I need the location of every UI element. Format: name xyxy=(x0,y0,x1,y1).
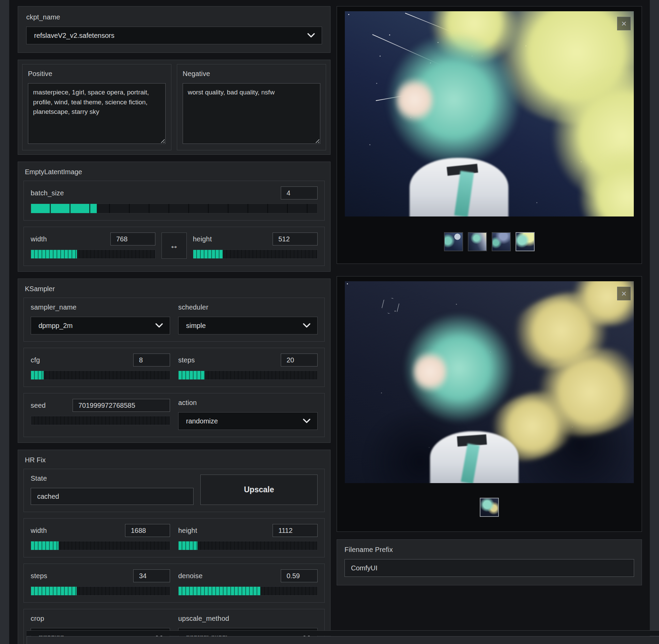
state-row: State cached Upscale xyxy=(24,469,325,512)
steps-label: steps xyxy=(178,356,195,364)
ckpt-name-value: refslaveV2_v2.safetensors xyxy=(34,32,114,40)
preview-image-2 xyxy=(345,281,634,483)
thumbnail-3[interactable] xyxy=(492,232,511,251)
batch-size-input[interactable]: 4 xyxy=(281,186,318,199)
cfg-steps-row: cfg 8 steps 20 xyxy=(24,348,325,387)
scheduler-select[interactable]: simple xyxy=(178,317,318,334)
thumbnail-4-selected[interactable] xyxy=(516,232,535,251)
latent-dims-row: width 768 ↔ height 512 xyxy=(24,227,325,266)
hr-width-slider[interactable] xyxy=(31,541,170,550)
empty-latent-title: EmptyLatentImage xyxy=(25,168,325,176)
hr-width-input[interactable]: 1688 xyxy=(125,524,170,537)
close-icon[interactable]: × xyxy=(617,17,631,30)
hr-height-label: height xyxy=(178,527,197,535)
hr-height-input[interactable]: 1112 xyxy=(273,524,318,537)
action-select[interactable]: randomize xyxy=(178,412,318,430)
bottom-spacer-bar xyxy=(27,630,659,636)
batch-size-slider[interactable] xyxy=(31,204,318,213)
chevron-down-icon xyxy=(303,322,310,330)
scheduler-value: simple xyxy=(186,322,206,330)
hr-steps-slider[interactable] xyxy=(31,586,170,596)
cfg-slider[interactable] xyxy=(31,371,170,380)
seed-input[interactable]: 701999972768585 xyxy=(73,399,170,412)
swap-dimensions-button[interactable]: ↔ xyxy=(162,233,187,259)
preview-column: × xyxy=(337,6,642,585)
negative-label: Negative xyxy=(183,70,320,78)
preview-image-1 xyxy=(345,11,634,216)
latent-height-label: height xyxy=(193,235,212,243)
page-gutter-left xyxy=(0,0,9,644)
seed-label: seed xyxy=(31,402,46,409)
steps-input[interactable]: 20 xyxy=(281,354,318,366)
hr-fix-section: HR Fix State cached Upscale width 1688 xyxy=(18,450,331,644)
latent-width-label: width xyxy=(31,235,47,243)
filename-prefix-input[interactable]: ComfyUI xyxy=(344,559,634,577)
sampler-name-select[interactable]: dpmpp_2m xyxy=(31,317,170,334)
denoise-input[interactable]: 0.59 xyxy=(281,569,318,582)
hr-fix-title: HR Fix xyxy=(25,456,325,464)
checkpoint-panel: ckpt_name refslaveV2_v2.safetensors xyxy=(18,6,331,53)
latent-height-slider[interactable] xyxy=(193,250,318,259)
chevron-down-icon xyxy=(155,322,163,330)
action-label: action xyxy=(178,399,318,407)
main-content: ckpt_name refslaveV2_v2.safetensors Posi… xyxy=(14,2,646,644)
hr-dims-row: width 1688 height 1112 xyxy=(24,518,325,557)
ckpt-name-select[interactable]: refslaveV2_v2.safetensors xyxy=(26,27,322,44)
swap-icon: ↔ xyxy=(170,240,179,251)
image-viewer-1: × xyxy=(337,6,642,264)
filename-prefix-label: Filename Prefix xyxy=(344,546,634,554)
hr-steps-label: steps xyxy=(31,572,47,580)
sampler-row: sampler_name dpmpp_2m scheduler simple xyxy=(24,298,325,342)
settings-column: ckpt_name refslaveV2_v2.safetensors Posi… xyxy=(18,6,331,644)
scheduler-label: scheduler xyxy=(178,303,318,311)
latent-width-input[interactable]: 768 xyxy=(110,233,155,245)
hr-steps-denoise-row: steps 34 denoise 0.59 xyxy=(24,564,325,603)
cfg-input[interactable]: 8 xyxy=(133,354,170,366)
upscale-button[interactable]: Upscale xyxy=(200,475,318,505)
chevron-down-icon xyxy=(303,417,310,425)
page-gutter-right xyxy=(650,0,659,644)
steps-slider[interactable] xyxy=(178,371,318,380)
close-icon[interactable]: × xyxy=(617,287,631,300)
positive-prompt-input[interactable]: masterpiece, 1girl, space opera, portrai… xyxy=(28,83,166,144)
ckpt-name-label: ckpt_name xyxy=(26,13,322,21)
denoise-slider[interactable] xyxy=(178,586,318,596)
hr-width-label: width xyxy=(31,527,47,535)
bottom-panel-bar xyxy=(27,636,659,644)
hr-steps-input[interactable]: 34 xyxy=(133,569,170,582)
positive-label: Positive xyxy=(28,70,166,78)
filename-prefix-panel: Filename Prefix ComfyUI xyxy=(337,539,642,585)
batch-size-label: batch_size xyxy=(31,189,64,197)
chevron-down-icon xyxy=(307,32,315,40)
seed-slider[interactable] xyxy=(31,416,170,425)
state-label: State xyxy=(31,475,194,482)
cfg-label: cfg xyxy=(31,356,40,364)
thumbnail-1[interactable] xyxy=(444,232,463,251)
positive-prompt-box: Positive masterpiece, 1girl, space opera… xyxy=(22,64,171,150)
hr-height-slider[interactable] xyxy=(178,541,318,550)
ksampler-section: KSampler sampler_name dpmpp_2m schedule xyxy=(18,279,331,443)
sampler-name-label: sampler_name xyxy=(31,303,170,311)
upscale-method-label: upscale_method xyxy=(178,615,318,623)
thumbnail-1-selected[interactable] xyxy=(480,498,499,517)
state-input[interactable]: cached xyxy=(31,488,194,505)
negative-prompt-box: Negative worst quality, bad quality, nsf… xyxy=(177,64,326,150)
ksampler-title: KSampler xyxy=(25,285,325,293)
denoise-label: denoise xyxy=(178,572,202,580)
empty-latent-section: EmptyLatentImage batch_size 4 width 768 xyxy=(18,162,331,272)
action-value: randomize xyxy=(186,417,218,425)
crop-label: crop xyxy=(31,615,170,623)
image-viewer-2: × xyxy=(337,276,642,532)
batch-size-row: batch_size 4 xyxy=(24,181,325,221)
thumbnail-2[interactable] xyxy=(468,232,487,251)
thumbnail-row xyxy=(444,232,535,251)
negative-prompt-input[interactable]: worst quality, bad quality, nsfw xyxy=(183,83,320,144)
latent-width-slider[interactable] xyxy=(31,250,155,259)
latent-height-input[interactable]: 512 xyxy=(273,233,318,245)
prompts-panel: Positive masterpiece, 1girl, space opera… xyxy=(18,60,331,155)
seed-action-row: seed 701999972768585 action randomize xyxy=(24,393,325,437)
sampler-name-value: dpmpp_2m xyxy=(39,322,73,330)
thumbnail-row xyxy=(480,498,499,517)
